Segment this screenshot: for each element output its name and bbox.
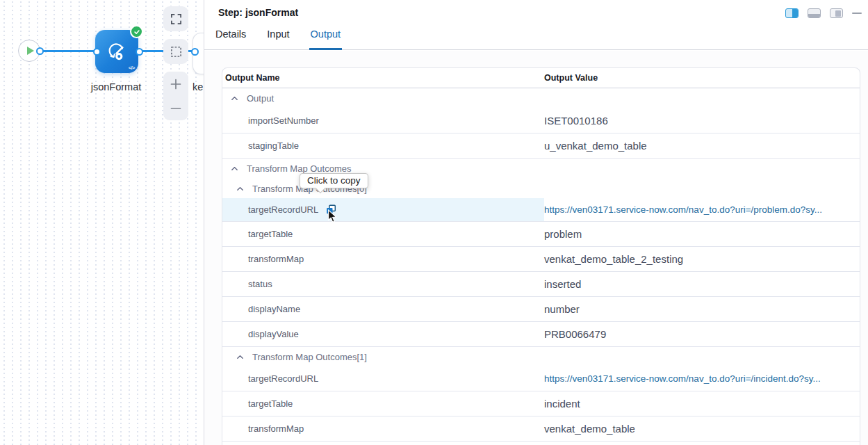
output-name: targetRecordURL [248, 373, 318, 384]
marquee-select-icon [170, 46, 182, 58]
chevron-up-icon[interactable] [230, 94, 239, 103]
data-row: targetRecordURLhttps://ven03171.service-… [222, 366, 860, 391]
zoom-in-button[interactable] [163, 72, 188, 96]
output-value: ISET0010186 [544, 115, 608, 127]
chevron-up-icon[interactable] [236, 353, 245, 362]
input-port[interactable] [93, 48, 101, 56]
output-value: number [544, 303, 580, 315]
output-name: transformMap [248, 254, 304, 264]
column-header-output-name: Output Name [222, 73, 544, 83]
transform-step-icon [105, 40, 129, 63]
minimize-icon[interactable] [852, 13, 862, 15]
output-rows: OutputimportSetNumberISET0010186stagingT… [222, 88, 860, 442]
output-value-link[interactable]: https://ven03171.service-now.com/nav_to.… [544, 373, 821, 384]
click-to-copy-tooltip: Click to copy [300, 173, 368, 188]
data-row: statusinserted [222, 272, 860, 297]
data-row: importSetNumberISET0010186 [222, 108, 860, 134]
fullscreen-button[interactable] [163, 6, 188, 31]
panel-right-icon[interactable] [830, 8, 843, 18]
output-value: venkat_demo_table [544, 423, 635, 435]
output-value: incident [544, 398, 580, 410]
output-name: importSetNumber [248, 115, 319, 126]
tab-output[interactable]: Output [309, 29, 343, 50]
column-header-output-value: Output Value [544, 73, 860, 83]
data-row: targetTableproblem [222, 222, 860, 247]
panel-title: Step: jsonFormat [218, 7, 298, 18]
output-value: u_venkat_demo_table [544, 140, 647, 152]
section-label[interactable]: Output [247, 93, 274, 104]
plus-icon [170, 78, 182, 90]
flow-canvas[interactable]: </> jsonFormat ke [0, 0, 204, 445]
output-value: venkat_demo_table_2_testing [544, 253, 683, 265]
section-row: Output [222, 88, 860, 108]
tab-input[interactable]: Input [265, 29, 290, 50]
fullscreen-icon [170, 13, 182, 25]
output-value: problem [544, 228, 582, 240]
success-check-badge [130, 25, 143, 38]
output-port[interactable] [36, 47, 44, 55]
output-tab-content: Output Name Output Value OutputimportSet… [204, 51, 868, 445]
data-row: transformMapvenkat_demo_table_2_testing [222, 247, 860, 272]
chevron-up-icon[interactable] [236, 184, 245, 193]
copy-icon[interactable] [326, 204, 336, 215]
chevron-up-icon[interactable] [230, 164, 239, 173]
split-view-icon[interactable] [785, 8, 799, 18]
output-name: displayValue [248, 329, 299, 339]
data-row: displayNamenumber [222, 297, 860, 322]
step-details-panel: Step: jsonFormat Details Input Output Ou… [204, 0, 868, 445]
tab-bar: Details Input Output [204, 24, 868, 50]
output-name: stagingTable [248, 140, 299, 151]
output-name: displayName [248, 304, 300, 314]
connector-line [39, 50, 98, 52]
input-port[interactable] [191, 48, 199, 56]
node-label-partial: ke [193, 81, 203, 92]
code-glyph-icon: </> [129, 65, 135, 71]
data-row: targetRecordURLhttps://ven03171.service-… [222, 198, 860, 222]
data-row: targetTableincident [222, 391, 860, 416]
tooltip-text: Click to copy [307, 175, 361, 186]
section-label[interactable]: Transform Map Outcomes[1] [252, 352, 367, 362]
output-port[interactable] [136, 48, 143, 56]
section-label[interactable]: Transform Map Outcomes [247, 163, 352, 174]
output-name: transformMap [248, 423, 304, 434]
flow-node-jsonformat[interactable]: </> [95, 30, 138, 73]
data-row: stagingTableu_venkat_demo_table [222, 134, 860, 159]
output-name: targetTable [248, 398, 293, 409]
canvas-toolbar [163, 6, 188, 120]
zoom-controls [163, 72, 188, 120]
minus-icon [170, 102, 182, 115]
data-row: displayValuePRB0066479 [222, 322, 860, 347]
play-icon [27, 47, 34, 55]
table-header-row: Output Name Output Value [222, 68, 860, 88]
zoom-out-button[interactable] [163, 96, 188, 120]
output-name: targetRecordURL [248, 204, 318, 215]
section-row: Transform Map Outcomes[1] [222, 347, 860, 366]
node-label: jsonFormat [76, 81, 156, 92]
data-row: transformMapvenkat_demo_table [222, 416, 860, 442]
flow-designer-app: </> jsonFormat ke [0, 0, 868, 445]
output-table-card: Output Name Output Value OutputimportSet… [222, 67, 860, 445]
marquee-select-button[interactable] [163, 39, 188, 64]
panel-header: Step: jsonFormat [204, 0, 868, 24]
tab-details[interactable]: Details [214, 29, 247, 50]
output-value: PRB0066479 [544, 328, 606, 340]
output-name: targetTable [248, 229, 293, 239]
output-name: status [248, 279, 272, 289]
output-value-link[interactable]: https://ven03171.service-now.com/nav_to.… [544, 204, 822, 215]
output-value: inserted [544, 278, 581, 290]
panel-bottom-icon[interactable] [808, 8, 821, 18]
window-controls [785, 8, 862, 18]
